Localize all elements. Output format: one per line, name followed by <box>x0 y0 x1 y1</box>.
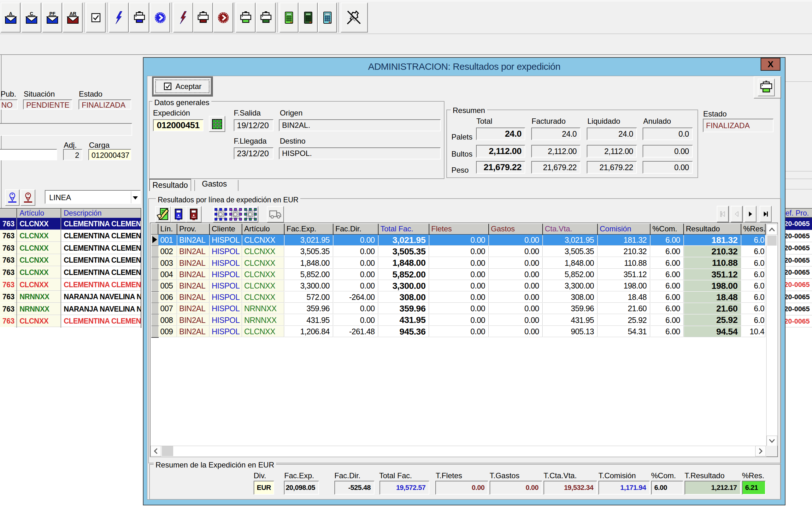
svg-text:AR: AR <box>69 11 77 16</box>
svg-text:C: C <box>30 11 33 16</box>
svg-text:A: A <box>9 11 12 16</box>
svg-text:PF: PF <box>49 11 55 16</box>
